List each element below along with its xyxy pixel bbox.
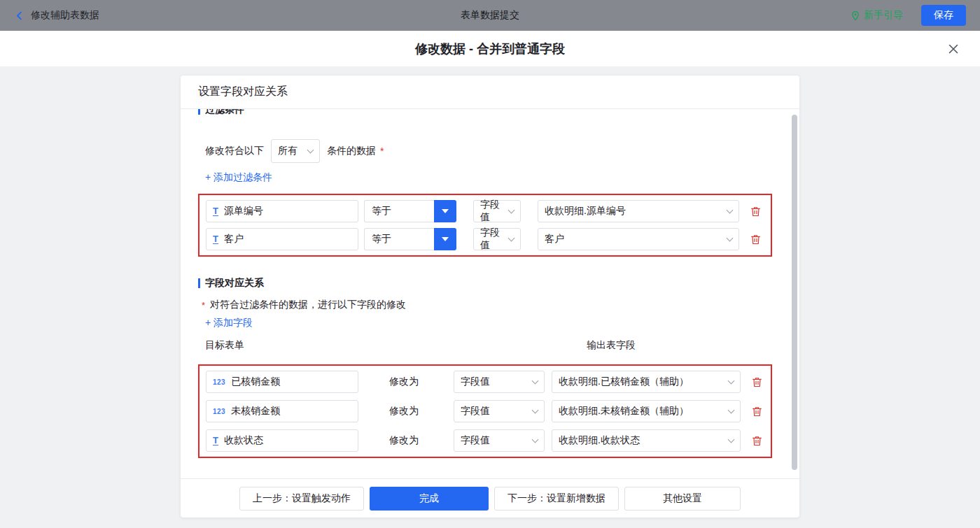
filter-rows-highlight: T 源单编号 等于 字段值 收款明细.源单编号 [198,194,772,257]
mapping-row: 123 已核销金额 修改为 字段值 收款明细.已核销金额（辅助） [206,371,764,393]
field-input[interactable]: T 收款状态 [206,429,358,452]
condition-suffix: 条件的数据 [327,145,376,157]
done-button[interactable]: 完成 [370,487,489,511]
filter-section-title: 过滤条件 [198,109,772,117]
value-type-select[interactable]: 字段值 [473,228,521,250]
triangle-down-icon [442,237,449,241]
delete-button[interactable] [752,436,762,446]
trash-icon [750,208,761,219]
filter-row: T 源单编号 等于 字段值 收款明细.源单编号 [206,200,764,222]
chevron-down-icon [532,436,539,443]
field-label: 源单编号 [224,205,263,217]
delete-button[interactable] [750,206,761,217]
back-button[interactable]: 修改辅助表数据 [14,9,99,22]
filter-row: T 客户 等于 字段值 客户 [206,228,764,250]
scrollbar-thumb[interactable] [792,115,797,470]
back-label: 修改辅助表数据 [31,9,99,22]
back-icon [14,10,24,21]
value-select[interactable]: 收款明细.未核销金额（辅助） [552,400,741,422]
card-footer: 上一步：设置触发动作 完成 下一步：设置新增数据 其他设置 [181,478,799,518]
number-field-icon: 123 [213,408,225,415]
field-input[interactable]: T 源单编号 [206,200,358,222]
card-title: 设置字段对应关系 [181,76,799,109]
trash-icon [752,408,762,419]
value-type-select[interactable]: 字段值 [454,371,545,393]
field-input[interactable]: 123 未核销金额 [206,400,358,422]
delete-button[interactable] [752,377,762,387]
mapping-rows-highlight: 123 已核销金额 修改为 字段值 收款明细.已核销金额（辅助） [198,364,772,458]
card-scroll-area: 过滤条件 修改符合以下 所有 条件的数据 * + 添加过滤条件 T 源单编号 [181,109,799,478]
modify-label: 修改为 [389,376,419,388]
column-header-output: 输出表字段 [587,339,636,352]
settings-card: 设置字段对应关系 过滤条件 修改符合以下 所有 条件的数据 * + 添加过滤条件 [181,76,799,518]
text-field-icon: T [213,436,218,445]
value-type-select[interactable]: 字段值 [454,400,545,422]
chevron-down-icon [727,207,734,214]
operator-select[interactable]: 等于 [364,200,456,222]
pin-icon [850,10,860,21]
modify-label: 修改为 [389,434,419,447]
chevron-down-icon [728,436,735,443]
column-header-target: 目标表单 [205,339,244,352]
mapping-description: * 对符合过滤条件的数据，进行以下字段的修改 [202,299,772,311]
field-label: 客户 [224,233,244,245]
operator-dropdown-button[interactable] [434,228,456,250]
field-label: 已核销金额 [231,376,280,388]
text-field-icon: T [213,235,218,244]
trash-icon [752,438,762,448]
operator-dropdown-button[interactable] [434,200,456,222]
chevron-down-icon [728,378,735,385]
trash-icon [752,379,762,390]
app-title: 表单数据提交 [461,9,519,22]
value-type-select[interactable]: 字段值 [473,200,521,222]
section-marker [198,109,200,115]
match-mode-select[interactable]: 所有 [271,139,320,163]
chevron-down-icon [508,207,515,214]
value-select[interactable]: 收款明细.收款状态 [552,429,741,452]
other-settings-button[interactable]: 其他设置 [624,487,741,511]
mapping-row: 123 未核销金额 修改为 字段值 收款明细.未核销金额（辅助） [206,400,764,422]
delete-button[interactable] [752,406,762,417]
field-input[interactable]: T 客户 [206,228,358,250]
mapping-section-title: 字段对应关系 [198,276,772,290]
guide-button[interactable]: 新手引导 [850,9,903,22]
chevron-down-icon [508,235,515,242]
operator-select[interactable]: 等于 [364,228,456,250]
dialog-title: 修改数据 - 合并到普通字段 [415,41,565,57]
chevron-down-icon [532,378,539,385]
value-select[interactable]: 收款明细.源单编号 [538,200,739,222]
prev-step-button[interactable]: 上一步：设置触发动作 [239,487,364,511]
value-type-select[interactable]: 字段值 [454,429,545,452]
app-bar: 修改辅助表数据 表单数据提交 新手引导 保存 [0,0,980,31]
mapping-row: T 收款状态 修改为 字段值 收款明细.收款状态 [206,429,764,452]
chevron-down-icon [307,147,314,154]
save-button[interactable]: 保存 [921,5,966,26]
close-icon [948,46,959,57]
value-select[interactable]: 收款明细.已核销金额（辅助） [552,371,741,393]
chevron-down-icon [532,407,539,414]
next-step-button[interactable]: 下一步：设置新增数据 [494,487,619,511]
column-headers: 目标表单 输出表字段 [198,339,772,353]
trash-icon [750,236,761,247]
dialog-body: 设置字段对应关系 过滤条件 修改符合以下 所有 条件的数据 * + 添加过滤条件 [0,66,980,528]
required-asterisk: * [380,145,384,157]
required-asterisk: * [202,299,205,311]
section-marker [198,278,200,288]
dialog-header: 修改数据 - 合并到普通字段 [0,31,980,66]
number-field-icon: 123 [213,378,225,386]
field-input[interactable]: 123 已核销金额 [206,371,358,393]
guide-label: 新手引导 [864,9,903,22]
modify-label: 修改为 [389,405,419,418]
add-filter-link[interactable]: + 添加过滤条件 [205,171,272,184]
field-label: 未核销金额 [231,405,280,418]
chevron-down-icon [727,235,734,242]
text-field-icon: T [213,207,218,216]
condition-prefix: 修改符合以下 [205,145,264,157]
close-button[interactable] [945,41,962,57]
triangle-down-icon [442,209,449,213]
condition-line: 修改符合以下 所有 条件的数据 * [205,139,772,163]
delete-button[interactable] [750,234,761,245]
value-select[interactable]: 客户 [538,228,739,250]
add-field-link[interactable]: + 添加字段 [205,317,253,329]
field-label: 收款状态 [224,434,263,447]
